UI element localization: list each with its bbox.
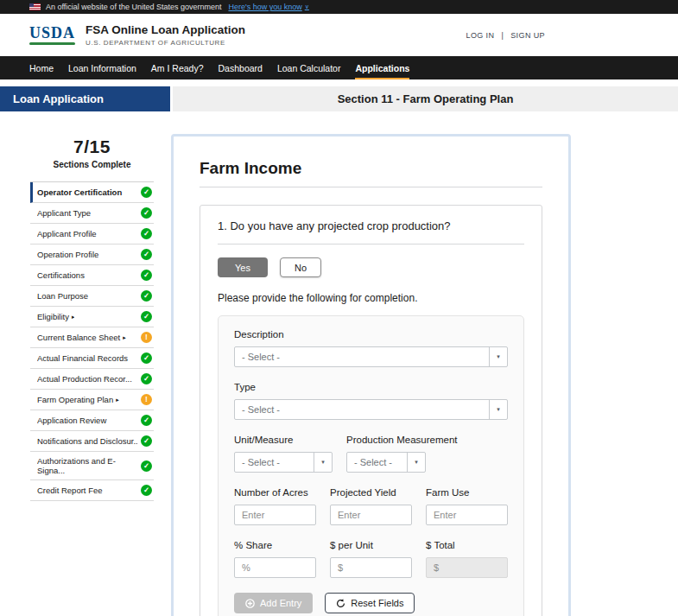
sidebar-item-authorizations-esignature[interactable]: Authorizations and E-Signa... (30, 452, 154, 480)
sidebar-item-eligibility[interactable]: Eligibility▸ (30, 307, 154, 327)
add-entry-label: Add Entry (260, 598, 301, 608)
section-item-label: Applicant Type (37, 208, 93, 218)
dollar-per-unit-field-group: $ per Unit (330, 540, 412, 578)
percent-share-label: % Share (234, 540, 316, 550)
sidebar-item-notifications-disclosures[interactable]: Notifications and Disclosur... (30, 431, 154, 452)
nav-item-home[interactable]: Home (29, 56, 54, 79)
usda-logo-underline (29, 42, 75, 45)
status-icon (141, 228, 152, 239)
unit-measure-select[interactable]: - Select - ▾ (234, 452, 333, 473)
dollar-per-unit-input[interactable] (330, 557, 412, 578)
sidebar-item-actual-financial-records[interactable]: Actual Financial Records (30, 348, 154, 369)
section-item-label: Credit Report Fee (37, 486, 105, 495)
section-item-label: Loan Purpose (37, 291, 91, 301)
number-of-acres-input[interactable] (234, 505, 316, 525)
section-item-label: Authorizations and E-Signa... (37, 456, 137, 475)
crop-production-question: 1. Do you have any projected crop produc… (218, 219, 524, 232)
plus-circle-icon (245, 599, 255, 608)
status-icon (141, 485, 152, 496)
nav-item-loan-calculator[interactable]: Loan Calculator (277, 56, 341, 79)
type-select[interactable]: - Select - ▾ (234, 399, 508, 420)
how-you-know-label: Here's how you know (228, 3, 301, 11)
unit-measure-label: Unit/Measure (234, 435, 333, 445)
section-item-label: Applicant Profile (37, 229, 99, 238)
yes-button[interactable]: Yes (218, 257, 268, 277)
status-icon (141, 415, 152, 426)
section-item-label: Operation Profile (37, 250, 101, 259)
section-item-text: Certifications (37, 270, 85, 280)
section-item-label: Current Balance Sheet▸ (37, 333, 126, 342)
section-item-text: Credit Report Fee (37, 486, 103, 495)
section-item-label: Farm Operating Plan▸ (37, 395, 119, 404)
usda-logo[interactable]: USDA (29, 25, 75, 45)
section-item-label: Actual Production Recor... (37, 374, 135, 384)
nav-item-am-i-ready[interactable]: Am I Ready? (151, 56, 204, 79)
description-label: Description (234, 329, 508, 340)
status-icon (141, 332, 152, 343)
sidebar-item-operator-certification[interactable]: Operator Certification (30, 182, 154, 203)
sidebar-item-application-review[interactable]: Application Review (30, 410, 154, 431)
chevron-down-icon: ▾ (314, 453, 332, 472)
section-item-text: Applicant Type (37, 208, 91, 218)
section-bar: Loan Application Section 11 - Farm Opera… (0, 86, 678, 111)
question-divider (218, 244, 524, 244)
section-item-label: Notifications and Disclosur... (37, 436, 137, 446)
how-you-know-link[interactable]: Here's how you know ∨ (228, 3, 308, 11)
type-field-group: Type - Select - ▾ (234, 382, 508, 420)
nav-item-loan-information[interactable]: Loan Information (68, 56, 136, 79)
sidebar-item-applicant-type[interactable]: Applicant Type (30, 203, 154, 224)
projected-yield-field-group: Projected Yield (330, 487, 412, 525)
production-measurement-select[interactable]: - Select - ▾ (346, 452, 426, 473)
nav-item-applications[interactable]: Applications (355, 56, 409, 79)
gov-banner: An official website of the United States… (0, 0, 678, 14)
no-button[interactable]: No (280, 257, 321, 277)
description-select[interactable]: - Select - ▾ (234, 346, 508, 367)
projected-yield-input[interactable] (330, 505, 412, 525)
app-title: FSA Online Loan Application (86, 23, 245, 36)
status-icon (141, 270, 152, 281)
sign-up-link[interactable]: SIGN UP (510, 31, 545, 40)
sidebar-item-farm-operating-plan[interactable]: Farm Operating Plan▸ (30, 390, 154, 410)
description-field-group: Description - Select - ▾ (234, 329, 508, 367)
section-item-label: Application Review (37, 416, 109, 425)
production-measurement-field-group: Production Measurement - Select - ▾ (346, 435, 457, 473)
dept-subtitle: U.S. DEPARTMENT OF AGRICULTURE (86, 39, 245, 47)
sidebar-item-loan-purpose[interactable]: Loan Purpose (30, 286, 154, 307)
type-label: Type (234, 382, 508, 392)
status-icon (141, 352, 152, 364)
dollar-total-field-group: $ Total (426, 540, 508, 578)
status-icon (141, 187, 152, 198)
reset-fields-button[interactable]: Reset Fields (325, 593, 415, 613)
percent-share-field-group: % Share (234, 540, 316, 578)
share-unit-total-row: % Share $ per Unit $ Total (234, 540, 508, 578)
chevron-down-icon: ∨ (305, 3, 309, 10)
section-item-text: Operation Profile (37, 250, 98, 259)
log-in-link[interactable]: LOG IN (466, 31, 495, 40)
percent-share-input[interactable] (234, 557, 316, 578)
nav-gap (0, 79, 678, 86)
sidebar-item-current-balance-sheet[interactable]: Current Balance Sheet▸ (30, 327, 154, 348)
loan-application-banner: Loan Application (0, 86, 170, 111)
section-item-text: Notifications and Disclosur... (37, 436, 137, 446)
expand-chevron-icon: ▸ (72, 314, 75, 321)
sidebar-item-operation-profile[interactable]: Operation Profile (30, 244, 154, 265)
status-icon (141, 249, 152, 260)
farm-use-input[interactable] (426, 505, 508, 525)
header-titles: FSA Online Loan Application U.S. DEPARTM… (86, 23, 245, 47)
section-item-text: Authorizations and E-Signa... (37, 456, 135, 475)
sidebar-item-certifications[interactable]: Certifications (30, 265, 154, 286)
auth-links: LOG IN | SIGN UP (466, 31, 545, 40)
sections-progress-count: 7/15 (30, 137, 154, 157)
yes-no-row: Yes No (218, 257, 524, 277)
sidebar-item-credit-report-fee[interactable]: Credit Report Fee (30, 480, 154, 501)
sidebar-item-applicant-profile[interactable]: Applicant Profile (30, 224, 154, 244)
description-select-value: - Select - (235, 347, 489, 366)
page-title: Farm Income (200, 159, 542, 178)
auth-divider: | (501, 31, 504, 40)
add-entry-button[interactable]: Add Entry (234, 593, 313, 613)
reset-fields-label: Reset Fields (351, 598, 403, 608)
chevron-down-icon: ▾ (489, 347, 507, 366)
sidebar-item-actual-production-records[interactable]: Actual Production Recor... (30, 369, 154, 390)
nav-item-dashboard[interactable]: Dashboard (219, 56, 263, 79)
section-item-text: Current Balance Sheet (37, 333, 120, 342)
